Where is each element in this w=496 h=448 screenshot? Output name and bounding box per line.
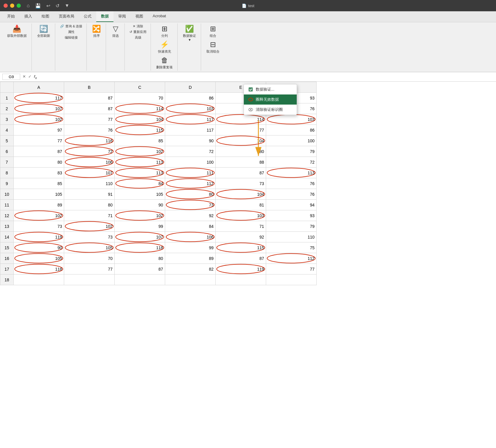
cell-B15[interactable]: 105 [64, 242, 115, 253]
edit-links-button[interactable]: 编辑链接 [63, 35, 80, 40]
cell-A15[interactable]: 90 [14, 242, 64, 253]
cell-D6[interactable]: 72 [165, 146, 216, 157]
cell-D15[interactable]: 99 [165, 242, 216, 253]
col-header-D[interactable]: D [165, 82, 216, 93]
cell-F17[interactable]: 77 [266, 264, 317, 275]
cell-B2[interactable]: 87 [64, 103, 115, 114]
tab-view[interactable]: 视图 [131, 11, 148, 22]
cell-D9[interactable]: 112 [165, 178, 216, 189]
cell-D2[interactable]: 103 [165, 103, 216, 114]
row-header-3[interactable]: 3 [0, 114, 14, 125]
col-header-B[interactable]: B [64, 82, 115, 93]
cell-E11[interactable]: 81 [216, 200, 266, 210]
cell-E12[interactable]: 103 [216, 210, 266, 221]
cell-B7[interactable]: 106 [64, 157, 115, 168]
row-header-13[interactable]: 13 [0, 221, 14, 232]
cell-A10[interactable]: 105 [14, 189, 64, 200]
cell-F5[interactable]: 100 [266, 135, 317, 146]
cell-A17[interactable]: 118 [14, 264, 64, 275]
save-icon[interactable]: 💾 [35, 3, 41, 9]
cell-D13[interactable]: 84 [165, 221, 216, 232]
row-header-17[interactable]: 17 [0, 264, 14, 275]
cell-B9[interactable]: 110 [64, 178, 115, 189]
cell-C17[interactable]: 87 [115, 264, 165, 275]
spreadsheet-container[interactable]: A B C D E F 1117877086999321078711410388… [0, 82, 496, 448]
properties-button[interactable]: 属性 [66, 29, 76, 35]
minimize-button[interactable] [10, 4, 14, 8]
cell-A1[interactable]: 117 [14, 93, 64, 103]
cell-C5[interactable]: 85 [115, 135, 165, 146]
redo-icon[interactable]: ↺ [56, 3, 59, 9]
undo-icon[interactable]: ↩ [46, 3, 50, 9]
cell-B4[interactable]: 76 [64, 125, 115, 135]
cell-F3[interactable]: 103 [266, 114, 317, 125]
cell-A9[interactable]: 85 [14, 178, 64, 189]
cell-F16[interactable]: 112 [266, 253, 317, 264]
cell-D10[interactable]: 80 [165, 189, 216, 200]
fill-button[interactable]: ⚡ 快速填充 [156, 39, 173, 55]
cell-E9[interactable]: 73 [216, 178, 266, 189]
cell-B10[interactable]: 91 [64, 189, 115, 200]
cell-E4[interactable]: 77 [216, 125, 266, 135]
row-header-6[interactable]: 6 [0, 146, 14, 157]
cell-D14[interactable]: 106 [165, 232, 216, 242]
cell-A3[interactable]: 102 [14, 114, 64, 125]
cell-F13[interactable]: 79 [266, 221, 317, 232]
cell-F9[interactable]: 76 [266, 178, 317, 189]
cell-A13[interactable]: 73 [14, 221, 64, 232]
cell-F12[interactable]: 93 [266, 210, 317, 221]
filter-button[interactable]: ▽ 筛选 [109, 23, 122, 39]
cell-D17[interactable]: 82 [165, 264, 216, 275]
cell-C12[interactable]: 102 [115, 210, 165, 221]
cell-D11[interactable]: 73 [165, 200, 216, 210]
tab-insert[interactable]: 插入 [20, 11, 37, 22]
sort-button[interactable]: 🔀 排序 [90, 23, 103, 39]
row-header-11[interactable]: 11 [0, 200, 14, 210]
col-header-A[interactable]: A [14, 82, 64, 93]
close-button[interactable] [4, 4, 8, 8]
cell-C4[interactable]: 115 [115, 125, 165, 135]
cell-B12[interactable]: 71 [64, 210, 115, 221]
row-header-7[interactable]: 7 [0, 157, 14, 168]
cell-D8[interactable]: 111 [165, 168, 216, 178]
cell-D12[interactable]: 92 [165, 210, 216, 221]
cell-B14[interactable]: 73 [64, 232, 115, 242]
cell-A18[interactable] [14, 275, 64, 285]
cell-B11[interactable]: 80 [64, 200, 115, 210]
cell-A7[interactable]: 80 [14, 157, 64, 168]
cell-D5[interactable]: 90 [165, 135, 216, 146]
cell-E7[interactable]: 88 [216, 157, 266, 168]
cell-C11[interactable]: 90 [115, 200, 165, 210]
cell-F4[interactable]: 86 [266, 125, 317, 135]
cell-C3[interactable]: 104 [115, 114, 165, 125]
cell-B6[interactable]: 72 [64, 146, 115, 157]
cell-C8[interactable]: 113 [115, 168, 165, 178]
cell-E10[interactable]: 104 [216, 189, 266, 200]
cell-A8[interactable]: 83 [14, 168, 64, 178]
cell-E3[interactable]: 114 [216, 114, 266, 125]
clear-button[interactable]: ✕ 清除 [131, 23, 145, 29]
row-header-1[interactable]: 1 [0, 93, 14, 103]
cell-F15[interactable]: 75 [266, 242, 317, 253]
cell-A6[interactable]: 87 [14, 146, 64, 157]
cell-C16[interactable]: 80 [115, 253, 165, 264]
row-header-4[interactable]: 4 [0, 125, 14, 135]
row-header-2[interactable]: 2 [0, 103, 14, 114]
home-icon[interactable]: ⌂ [27, 3, 30, 8]
tab-acrobat[interactable]: Acrobat [148, 11, 171, 22]
cell-B16[interactable]: 70 [64, 253, 115, 264]
cell-F11[interactable]: 94 [266, 200, 317, 210]
menu-item-data-val[interactable]: 数据验证... [244, 84, 297, 94]
cell-A11[interactable]: 89 [14, 200, 64, 210]
cell-C1[interactable]: 70 [115, 93, 165, 103]
cell-F18[interactable] [266, 275, 317, 285]
row-header-10[interactable]: 10 [0, 189, 14, 200]
cell-C2[interactable]: 114 [115, 103, 165, 114]
menu-item-clear-circle[interactable]: 清除验证标识圈 [244, 105, 297, 115]
row-header-5[interactable]: 5 [0, 135, 14, 146]
cell-E17[interactable]: 119 [216, 264, 266, 275]
cell-C10[interactable]: 105 [115, 189, 165, 200]
query-connect-button[interactable]: 🔗 查询 & 连接 [58, 23, 84, 29]
cell-A4[interactable]: 97 [14, 125, 64, 135]
cell-C15[interactable]: 118 [115, 242, 165, 253]
